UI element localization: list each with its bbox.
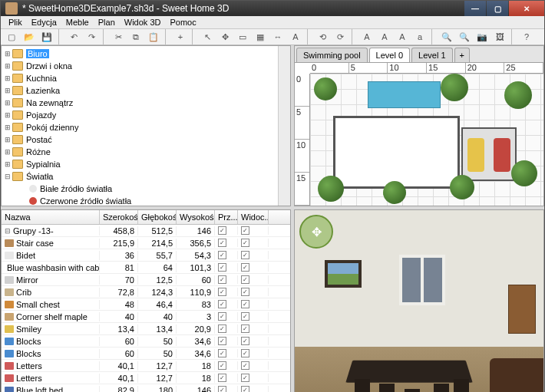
checkbox[interactable]: ✓ xyxy=(218,349,226,357)
tree-item[interactable]: Czerwone źródło światła xyxy=(2,195,278,206)
table-row[interactable]: Corner shelf maple40403✓✓ xyxy=(2,311,290,323)
table-row[interactable]: Stair case215,9214,5356,5✓✓ xyxy=(2,237,290,249)
expand-icon[interactable]: ⊞ xyxy=(3,87,12,94)
checkbox[interactable]: ✓ xyxy=(241,288,249,296)
table-row[interactable]: Bidet3655,754,3✓✓ xyxy=(2,249,290,262)
column-header[interactable]: Nazwa xyxy=(2,210,100,224)
expand-icon[interactable]: ⊞ xyxy=(3,111,12,119)
text-italic-button[interactable]: A xyxy=(377,29,392,44)
table-row[interactable]: Mirror7012,560✓✓ xyxy=(2,274,290,286)
table-row[interactable]: Blocks605034,6✓✓ xyxy=(2,335,290,348)
save-button[interactable]: 💾 xyxy=(39,29,54,44)
checkbox[interactable]: ✓ xyxy=(241,239,249,247)
tree-item[interactable]: ⊞Biuro xyxy=(2,48,278,60)
checkbox[interactable]: ✓ xyxy=(241,361,249,370)
compass-icon[interactable]: ✥ xyxy=(299,215,333,249)
rotate-right-button[interactable]: ⟳ xyxy=(332,29,348,44)
checkbox[interactable]: ✓ xyxy=(218,288,226,296)
checkbox[interactable]: ✓ xyxy=(218,337,226,345)
column-header[interactable]: Szerokość xyxy=(100,210,138,224)
pan-button[interactable]: ✥ xyxy=(217,29,233,44)
text-button[interactable]: A xyxy=(288,29,303,44)
checkbox[interactable]: ✓ xyxy=(241,324,249,333)
checkbox[interactable]: ✓ xyxy=(218,386,226,392)
checkbox[interactable]: ✓ xyxy=(241,251,249,259)
level-tab[interactable]: Level 1 xyxy=(411,48,452,62)
expand-icon[interactable]: ⊞ xyxy=(3,160,12,168)
zoom-in-button[interactable]: 🔍 xyxy=(439,29,454,44)
expand-icon[interactable]: ⊞ xyxy=(3,136,12,143)
checkbox[interactable]: ✓ xyxy=(218,361,226,370)
checkbox[interactable]: ✓ xyxy=(241,374,249,382)
menu-meble[interactable]: Meble xyxy=(61,16,94,28)
copy-button[interactable]: ⧉ xyxy=(128,29,144,44)
expand-icon[interactable]: ⊞ xyxy=(3,99,12,107)
help-button[interactable]: ? xyxy=(519,29,534,44)
checkbox[interactable]: ✓ xyxy=(241,349,249,357)
photo-button[interactable]: 🖼 xyxy=(492,29,507,44)
zoom-out-button[interactable]: 🔍 xyxy=(457,29,472,44)
room-button[interactable]: ▦ xyxy=(253,29,268,44)
expand-icon[interactable]: ⊞ xyxy=(3,62,12,70)
camera-button[interactable]: 📷 xyxy=(474,29,490,44)
new-button[interactable]: ▢ xyxy=(4,29,19,44)
add-furniture-button[interactable]: + xyxy=(173,29,188,44)
view3d[interactable]: ✥ xyxy=(295,210,543,392)
table-row[interactable]: Small chest4846,483✓✓ xyxy=(2,298,290,311)
tree-item[interactable]: ⊞Na zewnątrz xyxy=(2,97,278,109)
checkbox[interactable]: ✓ xyxy=(241,337,249,345)
table-row[interactable]: Smiley13,413,420,9✓✓ xyxy=(2,323,290,335)
close-button[interactable]: ✕ xyxy=(509,1,544,16)
checkbox[interactable]: ✓ xyxy=(241,386,249,392)
level-tab[interactable]: Level 0 xyxy=(369,48,410,62)
minimize-button[interactable]: — xyxy=(464,1,486,16)
menu-plan[interactable]: Plan xyxy=(94,16,120,28)
expand-icon[interactable]: ⊞ xyxy=(3,124,12,131)
tree-item[interactable]: ⊞Drzwi i okna xyxy=(2,60,278,72)
checkbox[interactable]: ✓ xyxy=(218,263,226,272)
redo-button[interactable]: ↷ xyxy=(84,29,99,44)
column-header[interactable]: Prz... xyxy=(215,210,238,224)
open-button[interactable]: 📂 xyxy=(21,29,37,44)
column-header[interactable]: Głębokość xyxy=(138,210,177,224)
checkbox[interactable]: ✓ xyxy=(241,312,249,321)
level-tab[interactable]: Swimming pool xyxy=(296,48,368,62)
checkbox[interactable]: ✓ xyxy=(218,324,226,333)
expand-icon[interactable]: ⊞ xyxy=(3,148,12,156)
table-row[interactable]: Letters40,112,718✓✓ xyxy=(2,372,290,384)
wall-button[interactable]: ▭ xyxy=(235,29,250,44)
text-small-button[interactable]: a xyxy=(412,29,428,44)
expand-icon[interactable]: ⊟ xyxy=(5,227,11,235)
scrollbar[interactable] xyxy=(278,46,290,206)
checkbox[interactable]: ✓ xyxy=(218,374,226,382)
checkbox[interactable]: ✓ xyxy=(241,275,249,284)
paste-button[interactable]: 📋 xyxy=(146,29,161,44)
tree-item[interactable]: ⊞Kuchnia xyxy=(2,72,278,84)
plan-view[interactable]: 0510152025 051015 xyxy=(295,63,543,206)
expand-icon[interactable]: ⊞ xyxy=(3,74,12,82)
furniture-table[interactable]: NazwaSzerokośćGłębokośćWysokośćPrz...Wid… xyxy=(2,210,290,392)
checkbox[interactable]: ✓ xyxy=(218,300,226,308)
menu-plik[interactable]: Plik xyxy=(4,16,27,28)
menu-widok-3d[interactable]: Widok 3D xyxy=(120,16,166,28)
table-row[interactable]: Blue washbasin with cabi...8164101,3✓✓ xyxy=(2,262,290,274)
dimension-button[interactable]: ↔ xyxy=(270,29,286,44)
tree-item[interactable]: ⊞Pokój dzienny xyxy=(2,121,278,133)
expand-icon[interactable]: ⊟ xyxy=(3,173,12,180)
menu-pomoc[interactable]: Pomoc xyxy=(165,16,200,28)
tree-item[interactable]: ⊞Sypialnia xyxy=(2,158,278,170)
checkbox[interactable]: ✓ xyxy=(218,251,226,259)
catalog-tree[interactable]: ⊞Biuro⊞Drzwi i okna⊞Kuchnia⊞Łazienka⊞Na … xyxy=(2,46,278,206)
undo-button[interactable]: ↶ xyxy=(66,29,81,44)
table-row[interactable]: Blue loft bed82,9180146✓✓ xyxy=(2,384,290,392)
checkbox[interactable]: ✓ xyxy=(241,300,249,308)
add-level-button[interactable]: + xyxy=(454,48,470,62)
checkbox[interactable]: ✓ xyxy=(241,263,249,272)
tree-item[interactable]: ⊞Łazienka xyxy=(2,84,278,97)
column-header[interactable]: Widoc... xyxy=(238,210,269,224)
table-row[interactable]: Crib72,8124,3110,9✓✓ xyxy=(2,286,290,298)
rotate-left-button[interactable]: ⟲ xyxy=(315,29,330,44)
column-header[interactable]: Wysokość xyxy=(177,210,215,224)
checkbox[interactable]: ✓ xyxy=(218,226,226,235)
pointer-button[interactable]: ↖ xyxy=(200,29,215,44)
